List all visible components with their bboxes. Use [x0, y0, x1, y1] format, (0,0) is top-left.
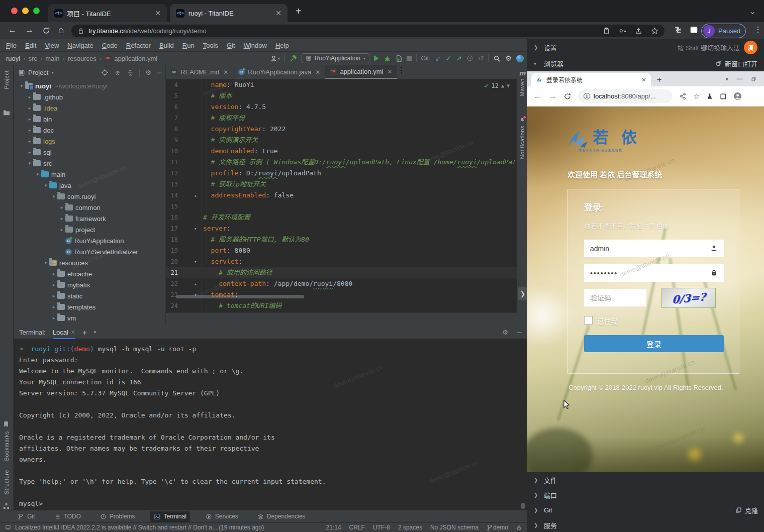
fold-marker-icon[interactable]: ▾	[192, 289, 199, 300]
menu-item-refactor[interactable]: Refactor	[126, 42, 151, 49]
tree-row-.idea[interactable]: ▸.idea	[14, 102, 165, 114]
rollback-icon[interactable]: ↺	[478, 54, 484, 62]
browser-section-header[interactable]: ▾ 浏览器 新窗口打开	[527, 55, 764, 71]
tree-row-bin[interactable]: ▸bin	[14, 114, 165, 125]
search-icon[interactable]	[493, 55, 501, 62]
tree-row-doc[interactable]: ▸doc	[14, 125, 165, 136]
tool-window-button-todo[interactable]: TODO	[50, 511, 84, 522]
hide-panel-icon[interactable]: ─	[157, 69, 161, 76]
chevron-expanded-icon[interactable]: ▾	[34, 172, 41, 177]
reload-icon[interactable]	[42, 27, 50, 35]
maven-icon[interactable]: m	[519, 69, 526, 77]
git-commit-icon[interactable]: ✓	[445, 54, 451, 62]
tree-row-RuoYiServletInitializer[interactable]: CRuoYiServletInitializer	[14, 246, 165, 257]
code-line-10[interactable]: 10demoEnabled: true	[166, 146, 517, 157]
tree-row-RuoYiApplication[interactable]: CRuoYiApplication	[14, 235, 165, 246]
flask-extension-icon[interactable]	[706, 92, 713, 100]
minimize-window-button[interactable]	[22, 8, 29, 14]
tree-row-.github[interactable]: ▸.github	[14, 91, 165, 102]
chevron-collapsed-icon[interactable]: ▸	[50, 282, 57, 287]
code-line-12[interactable]: 12profile: D:/ruoyi/uploadPath	[166, 168, 517, 179]
structure-stripe-tab[interactable]: Structure	[4, 470, 10, 494]
close-embedded-tab-icon[interactable]: ✕	[641, 76, 646, 83]
tree-row-main[interactable]: ▾main	[14, 169, 165, 180]
chevron-collapsed-icon[interactable]: ▸	[26, 128, 33, 133]
profile-paused-pill[interactable]: J Paused	[701, 24, 746, 38]
code-line-6[interactable]: 6version: 4.7.5	[166, 101, 517, 113]
chevron-collapsed-icon[interactable]: ▸	[58, 205, 65, 210]
code-line-9[interactable]: 9# 实例演示开关	[166, 135, 517, 146]
tree-row-ruoyi[interactable]: ▾ruoyi~/workspace/ruoyi	[14, 80, 165, 91]
chevron-collapsed-icon[interactable]: ▸	[58, 216, 65, 221]
notifications-stripe-tab[interactable]: Notifications	[519, 126, 525, 159]
maximize-window-button[interactable]	[33, 8, 40, 14]
browser-tab-project[interactable]: <t> 项目 - TitanIDE ✕	[48, 4, 167, 22]
chevron-collapsed-icon[interactable]: ▸	[26, 117, 33, 122]
terminal-tab-local[interactable]: Local✕	[53, 326, 75, 339]
close-tab-icon[interactable]: ✕	[275, 9, 281, 17]
breadcrumb-item[interactable]: main	[45, 55, 59, 62]
editor-tabs-more-icon[interactable]: ⋮	[397, 65, 405, 79]
code-line-18[interactable]: 18# 服务器的HTTP端口, 默认为80	[166, 234, 517, 245]
fold-marker-icon[interactable]: ▴	[192, 190, 199, 201]
breadcrumb-item[interactable]: resources	[68, 55, 97, 62]
breadcrumb-item[interactable]: src	[29, 55, 37, 62]
menu-item-build[interactable]: Build	[159, 42, 174, 49]
close-window-button[interactable]	[11, 8, 18, 14]
chevron-collapsed-icon[interactable]: ▸	[26, 105, 33, 111]
schema-widget[interactable]: No JSON schema	[430, 524, 479, 531]
tree-row-static[interactable]: ▸static	[14, 290, 165, 301]
chevron-collapsed-icon[interactable]: ▸	[58, 227, 65, 232]
fold-marker-icon[interactable]: ▾	[192, 223, 199, 234]
code-line-22[interactable]: 22▴context-path: /app/demo/ruoyi/8080	[166, 278, 517, 289]
indent-widget[interactable]: 2 spaces	[398, 524, 422, 531]
close-tab-icon[interactable]: ✕	[155, 9, 161, 17]
tree-row-project[interactable]: ▸project	[14, 224, 165, 235]
code-line-24[interactable]: 24# tomcat的URI编码	[166, 300, 517, 311]
bookmark-icon[interactable]	[3, 421, 9, 428]
user-icon[interactable]: ▾	[270, 55, 280, 62]
run-button[interactable]	[374, 55, 379, 61]
chevron-expanded-icon[interactable]: ▾	[26, 161, 33, 166]
new-tab-button[interactable]: +	[296, 6, 302, 16]
menu-item-help[interactable]: Help	[275, 42, 289, 49]
tool-window-button-terminal[interactable]: Terminal	[150, 511, 189, 522]
code-area[interactable]: ✓✓ 12 ▲ ▼ 4name: RuoYi5# 版本6version: 4.7…	[166, 79, 517, 312]
tool-window-button-problems[interactable]: Problems	[97, 511, 139, 522]
embedded-reload-icon[interactable]	[563, 92, 571, 100]
section-服务[interactable]: ❯服务	[527, 517, 764, 532]
fold-marker-icon[interactable]: ▴	[192, 278, 199, 289]
embedded-share-icon[interactable]	[679, 92, 687, 100]
tree-row-ehcache[interactable]: ▸ehcache	[14, 268, 165, 279]
line-ending-widget[interactable]: CRLF	[349, 524, 365, 531]
password-field[interactable]	[584, 264, 724, 282]
embedded-forward-icon[interactable]: →	[548, 92, 557, 100]
tree-row-framework[interactable]: ▸framework	[14, 213, 165, 224]
clone-button[interactable]: 克隆	[735, 505, 758, 515]
section-文件[interactable]: ❯文件	[527, 472, 764, 487]
event-log-icon[interactable]	[5, 524, 11, 530]
chrome-menu-icon[interactable]: ⋮	[754, 26, 762, 34]
editor-tab-README.md[interactable]: MDREADME.md✕	[166, 65, 233, 79]
remember-me-checkbox[interactable]	[584, 316, 593, 325]
tree-row-java[interactable]: ▾java	[14, 180, 165, 191]
hide-terminal-icon[interactable]: ─	[517, 329, 522, 336]
reader-square-icon[interactable]	[720, 93, 727, 100]
tree-row-logs[interactable]: ▸logs	[14, 136, 165, 147]
chevron-collapsed-icon[interactable]: ▸	[26, 150, 33, 155]
chevron-collapsed-icon[interactable]: ▸	[50, 271, 57, 276]
menu-item-window[interactable]: Window	[244, 42, 267, 49]
code-line-23[interactable]: 23▾tomcat:	[166, 289, 517, 300]
section-端口[interactable]: ❯端口	[527, 487, 764, 502]
status-message[interactable]: Localized IntelliJ IDEA 2022.2.2 is avai…	[15, 524, 264, 531]
fold-marker-icon[interactable]: ▾	[192, 256, 199, 267]
terminal-dropdown-icon[interactable]: ▾	[94, 330, 97, 335]
browser-tab-ruoyi[interactable]: <t> ruoyi - TitanIDE ✕	[170, 4, 288, 22]
debug-bug-icon[interactable]	[384, 55, 391, 62]
menu-item-view[interactable]: View	[45, 42, 59, 49]
terminal-scrollbar[interactable]	[521, 503, 525, 509]
code-line-20[interactable]: 20▾servlet:	[166, 256, 517, 267]
embedded-star-icon[interactable]: ☆	[693, 92, 700, 101]
code-line-15[interactable]: 15	[166, 201, 517, 212]
chevron-down-icon[interactable]: ▾	[51, 70, 53, 75]
